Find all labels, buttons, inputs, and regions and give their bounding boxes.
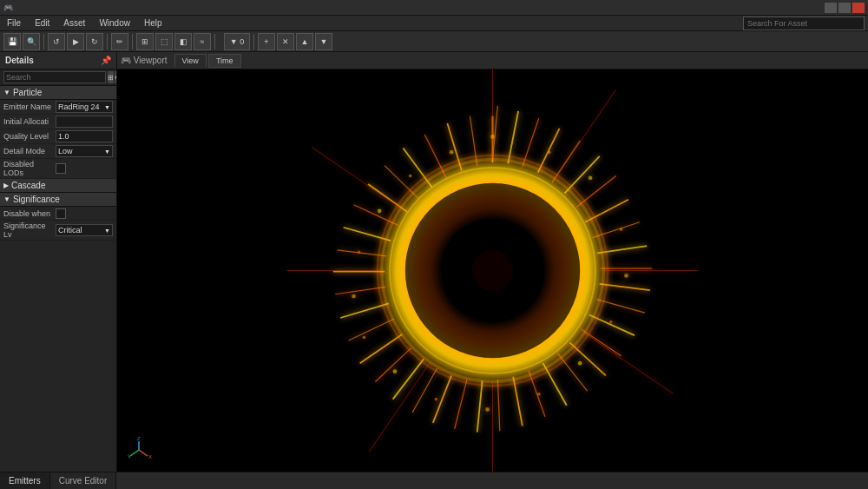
svg-point-66 [485,407,490,412]
svg-point-60 [589,175,593,180]
section-significance[interactable]: ▼ Significance [0,193,116,207]
significance-lv-label: Significance Lv [3,221,56,239]
sep3 [132,34,133,50]
details-pin[interactable]: 📌 [101,56,111,65]
sep5 [253,34,254,50]
section-particle[interactable]: ▼ Particle [0,86,116,100]
significance-lv-value[interactable]: Critical [56,224,113,236]
menu-window[interactable]: Window [95,17,134,29]
svg-point-68 [393,369,398,373]
svg-line-75 [139,450,148,456]
initial-alloc-value[interactable] [56,116,113,128]
viewport-header: 🎮 Viewport View Time [117,52,868,69]
details-search-input[interactable] [3,71,106,83]
toolbar: 💾 🔍 ↺ ▶ ↻ ✏ ⊞ ⬚ ◧ ≈ ▼ 0 + ✕ ▲ ▼ [0,31,868,52]
disabled-lods-label: Disabled LODs [3,160,56,177]
dn-btn[interactable]: ▼ [315,33,332,50]
tab-time[interactable]: Time [208,54,241,68]
detail-mode-label: Detail Mode [3,147,56,155]
svg-point-61 [620,228,623,231]
details-panel: Details 📌 ⊞ ⚙ ▼ Particle Emitter Name Ra… [0,52,117,472]
prop-disabled-lods: Disabled LODs [0,159,116,179]
prop-significance-lv: Significance Lv Critical [0,221,116,241]
disable-when-checkbox[interactable] [56,208,66,219]
svg-point-57 [472,250,513,291]
grid-btn[interactable]: ⊞ [136,33,154,50]
bottom-panel: Emitters Curve Editor (function() { cons… [0,472,868,489]
asset-search-input[interactable] [743,17,865,30]
emitter-name-value[interactable]: RadRing 24 ▼ [56,101,113,113]
svg-point-72 [378,208,382,213]
arrow-cascade: ▶ [3,182,9,189]
add-btn[interactable]: + [258,33,275,50]
details-title: Details [5,56,34,65]
section-particle-label: Particle [13,88,42,97]
section-cascade[interactable]: ▶ Cascade [0,179,116,193]
svg-point-59 [548,150,551,154]
viewport-canvas[interactable]: X Y Z [117,69,868,472]
menu-edit[interactable]: Edit [31,17,53,29]
svg-point-64 [578,361,582,366]
play-btn[interactable]: ▶ [67,33,84,50]
svg-text:Z: Z [137,437,141,441]
lod-dropdown[interactable]: ▼ 0 [224,33,250,50]
details-header: Details 📌 [0,52,116,69]
svg-point-70 [352,294,356,299]
bounds-btn[interactable]: ⬚ [155,33,173,50]
svg-point-65 [537,393,541,396]
title-bar: 🎮 [0,0,868,16]
particle-effect [117,69,868,472]
post-btn[interactable]: ◧ [174,33,192,50]
loop-btn[interactable]: ↻ [86,33,103,50]
edit-btn[interactable]: ✏ [111,33,128,50]
main-layout: Details 📌 ⊞ ⚙ ▼ Particle Emitter Name Ra… [0,52,868,472]
close-button[interactable] [852,3,865,13]
svg-point-74 [450,150,454,155]
svg-text:Y: Y [128,454,131,459]
disabled-lods-checkbox[interactable] [56,163,66,174]
bottom-tabs: Emitters Curve Editor [0,472,868,489]
detail-mode-value[interactable]: Low [56,145,113,157]
tab-curve-editor[interactable]: Curve Editor [50,472,117,490]
restart-btn[interactable]: ↺ [48,33,65,50]
svg-point-62 [624,274,628,278]
find-btn[interactable]: 🔍 [23,33,40,50]
section-cascade-label: Cascade [11,181,45,190]
quality-level-label: Quality Level [3,132,56,141]
minimize-button[interactable] [825,3,837,13]
initial-alloc-label: Initial Allocati [3,117,56,126]
menu-file[interactable]: File [3,17,24,29]
arrow-particle: ▼ [3,89,10,96]
save-btn[interactable]: 💾 [3,33,21,50]
prop-emitter-name: Emitter Name RadRing 24 ▼ [0,100,116,115]
svg-line-76 [130,450,139,456]
maximize-button[interactable] [838,3,851,13]
tab-view[interactable]: View [174,54,207,68]
sep1 [43,34,44,50]
prop-detail-mode: Detail Mode Low [0,144,116,159]
viewport-title: 🎮 Viewport [121,56,168,65]
svg-point-73 [409,175,412,178]
details-filter-btn[interactable]: ⊞ [108,71,114,83]
sep2 [107,34,108,50]
menu-bar: File Edit Asset Window Help [0,16,868,31]
svg-point-69 [363,336,366,340]
svg-point-71 [358,250,361,254]
tab-emitters[interactable]: Emitters [0,472,50,490]
prop-initial-alloc: Initial Allocati [0,115,116,129]
arrow-significance: ▼ [3,195,10,203]
menu-help[interactable]: Help [141,17,166,29]
viewport: 🎮 Viewport View Time [117,52,868,472]
emitter-name-label: Emitter Name [3,102,56,111]
motion-btn[interactable]: ≈ [194,33,211,50]
del-btn[interactable]: ✕ [277,33,294,50]
prop-disable-when: Disable when [0,207,116,221]
quality-level-value[interactable]: 1.0 [56,130,113,142]
svg-point-63 [609,320,613,324]
svg-point-67 [435,398,438,401]
up-btn[interactable]: ▲ [296,33,313,50]
details-search-bar: ⊞ ⚙ [0,69,116,86]
section-significance-label: Significance [13,195,60,204]
menu-asset[interactable]: Asset [60,17,89,29]
sep4 [214,34,215,50]
